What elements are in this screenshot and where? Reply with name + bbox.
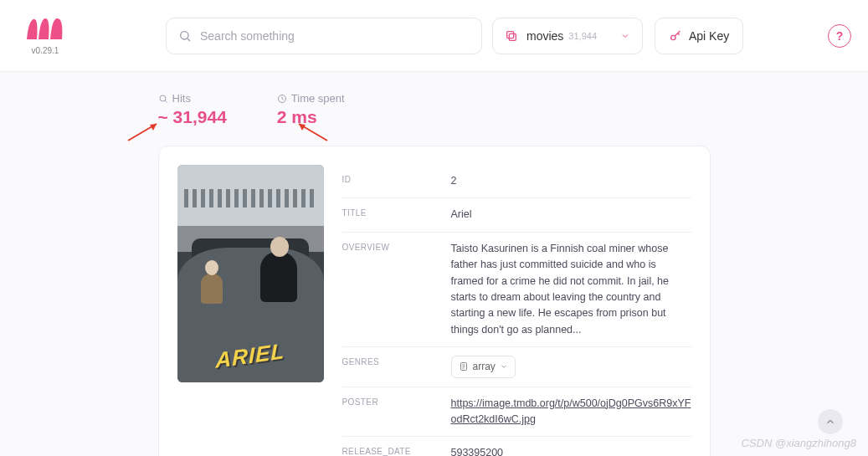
field-row-genres: GENRES array	[342, 347, 691, 387]
result-card: ARIEL ID 2 TITLE Ariel OVERVIEW Taisto K…	[158, 146, 711, 456]
field-value: Taisto Kasurinen is a Finnish coal miner…	[451, 241, 691, 338]
api-key-label: Api Key	[689, 29, 729, 43]
field-row-release-date: RELEASE_DATE 593395200	[342, 437, 691, 456]
svg-line-6	[165, 100, 167, 102]
field-key: POSTER	[342, 396, 451, 428]
chevron-down-icon	[500, 362, 508, 371]
top-bar: v0.29.1 movies 31,944 Api Key ?	[0, 0, 868, 72]
field-key: OVERVIEW	[342, 241, 451, 338]
svg-point-5	[160, 95, 166, 101]
search-icon	[178, 29, 192, 43]
poster-link[interactable]: https://image.tmdb.org/t/p/w500/ojDg0PGv…	[451, 397, 691, 425]
svg-point-4	[671, 35, 675, 39]
field-value: Ariel	[451, 207, 691, 223]
chevron-up-icon	[824, 416, 836, 428]
field-key: GENRES	[342, 356, 451, 378]
field-row-overview: OVERVIEW Taisto Kasurinen is a Finnish c…	[342, 233, 691, 347]
index-count: 31,944	[568, 31, 597, 41]
svg-point-0	[181, 31, 188, 38]
version-label: v0.29.1	[32, 46, 59, 55]
array-label: array	[473, 359, 496, 375]
field-row-title: TITLE Ariel	[342, 198, 691, 232]
scroll-to-top-button[interactable]	[818, 409, 843, 434]
stat-hits: Hits ~ 31,944	[158, 92, 227, 127]
hits-value: ~ 31,944	[158, 107, 227, 127]
index-name: movies	[526, 29, 563, 43]
field-key: RELEASE_DATE	[342, 445, 451, 456]
field-value: 2	[451, 173, 691, 189]
annotation-arrow-icon	[295, 120, 329, 142]
hits-label: Hits	[172, 92, 191, 105]
time-label: Time spent	[291, 92, 345, 105]
search-small-icon	[158, 94, 168, 104]
logo-icon	[25, 16, 65, 41]
search-input[interactable]	[200, 29, 470, 43]
logo-block: v0.29.1	[25, 16, 65, 55]
fields-list: ID 2 TITLE Ariel OVERVIEW Taisto Kasurin…	[342, 165, 691, 456]
stats-row: Hits ~ 31,944 Time spent 2 ms	[158, 92, 711, 127]
key-icon	[669, 29, 682, 43]
svg-rect-2	[509, 33, 516, 40]
copy-icon	[505, 29, 518, 43]
array-expand-button[interactable]: array	[451, 356, 516, 378]
index-selector[interactable]: movies 31,944	[492, 18, 643, 54]
field-value: 593395200	[451, 445, 691, 456]
svg-rect-3	[507, 31, 514, 38]
clock-icon	[277, 94, 287, 104]
chevron-down-icon	[620, 31, 630, 41]
annotation-arrow-icon	[126, 120, 160, 142]
field-key: TITLE	[342, 207, 451, 223]
api-key-button[interactable]: Api Key	[655, 18, 743, 54]
watermark: CSDN @xiangzhihong8	[742, 437, 857, 449]
field-row-poster: POSTER https://image.tmdb.org/t/p/w500/o…	[342, 387, 691, 438]
content-area: Hits ~ 31,944 Time spent 2 ms	[0, 72, 868, 456]
field-row-id: ID 2	[342, 165, 691, 198]
field-key: ID	[342, 173, 451, 189]
help-button[interactable]: ?	[828, 24, 851, 48]
svg-line-1	[187, 38, 190, 41]
search-box[interactable]	[166, 18, 482, 54]
document-icon	[459, 361, 469, 371]
poster-image: ARIEL	[177, 165, 324, 382]
